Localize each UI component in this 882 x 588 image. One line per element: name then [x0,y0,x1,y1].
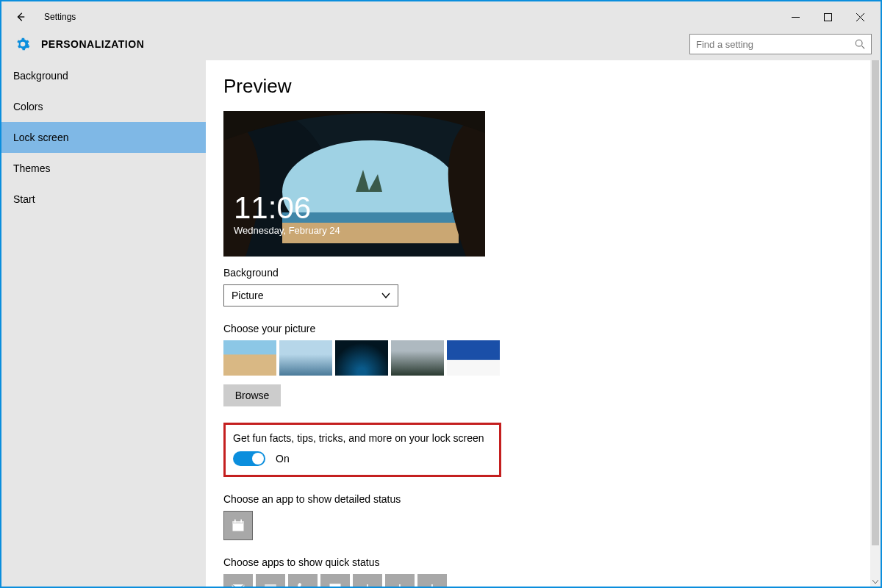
vertical-scrollbar[interactable] [870,60,881,587]
quick-status-app-add[interactable]: + [353,574,382,587]
sidebar-item-colors[interactable]: Colors [1,91,206,122]
quick-status-apps: + + + [223,574,870,587]
back-arrow-icon [15,12,26,22]
browse-button-label: Browse [235,390,270,401]
sidebar-item-themes[interactable]: Themes [1,153,206,184]
lock-date: Wednesday, February 24 [234,225,340,236]
page-title: PERSONALIZATION [41,38,144,50]
choose-picture-label: Choose your picture [223,323,870,334]
plus-icon: + [363,581,373,587]
plus-icon: + [428,581,437,587]
chat-icon [328,581,343,587]
lock-screen-preview: 11:06 Wednesday, February 24 [223,111,485,257]
sidebar-item-label: Lock screen [13,132,68,143]
scroll-thumb[interactable] [872,60,879,545]
titlebar: Settings [1,1,881,32]
calendar-icon [263,581,278,587]
quick-status-app-add[interactable]: + [417,574,447,587]
svg-rect-9 [240,520,242,523]
sidebar-item-label: Themes [13,162,51,174]
sidebar-item-label: Start [13,193,35,205]
mail-icon [231,581,245,587]
quick-status-app-mail[interactable] [223,574,253,587]
search-icon [855,39,865,49]
funfacts-toggle-state: On [276,453,290,465]
picture-thumbnail[interactable] [223,340,276,376]
lock-preview-overlay: 11:06 Wednesday, February 24 [234,193,340,236]
minimize-icon [792,13,800,21]
content: Preview 11:06 We [206,60,870,587]
detailed-status-app-calendar[interactable] [223,511,253,540]
sidebar-item-start[interactable]: Start [1,184,206,215]
settings-gear-icon [15,36,31,52]
body: Background Colors Lock screen Themes Sta… [1,60,881,587]
content-wrap: Preview 11:06 We [206,60,881,587]
quick-status-label: Choose apps to show quick status [223,556,870,568]
quick-status-app-messaging[interactable] [320,574,350,587]
minimize-button[interactable] [779,6,811,28]
quick-status-app-add[interactable]: + [385,574,415,587]
background-dropdown-value: Picture [232,290,264,301]
detailed-status-label: Choose an app to show detailed status [223,493,870,505]
back-button[interactable] [10,7,31,27]
window-controls [779,6,876,28]
header-row: PERSONALIZATION [1,32,881,60]
plus-icon: + [395,581,405,587]
funfacts-label: Get fun facts, tips, tricks, and more on… [233,432,489,444]
picture-thumbnail[interactable] [391,340,444,376]
scroll-down-button[interactable] [870,576,881,587]
sidebar-item-label: Background [13,70,68,82]
sidebar-item-lock-screen[interactable]: Lock screen [1,122,206,153]
toggle-knob-icon [252,453,264,465]
phone-icon [295,581,310,587]
svg-point-1 [856,40,862,46]
funfacts-toggle[interactable] [233,451,265,466]
settings-window: Settings PERSONALIZATION Background Co [0,0,882,588]
picture-thumbnail[interactable] [447,340,500,376]
picture-thumbnail[interactable] [279,340,332,376]
sidebar: Background Colors Lock screen Themes Sta… [1,60,206,587]
close-button[interactable] [844,6,876,28]
detailed-status-apps [223,511,870,540]
background-dropdown[interactable]: Picture [223,284,398,306]
search-field[interactable] [689,34,872,54]
calendar-icon [231,518,245,533]
maximize-button[interactable] [811,6,844,28]
svg-rect-12 [265,584,276,587]
close-icon [856,13,864,21]
picture-thumbnails [223,340,870,376]
picture-thumbnail[interactable] [335,340,388,376]
sidebar-item-label: Colors [13,101,43,112]
svg-rect-7 [233,521,244,523]
search-input[interactable] [696,39,855,50]
maximize-icon [824,13,832,21]
funfacts-toggle-row: On [233,451,489,466]
browse-button[interactable]: Browse [223,384,281,406]
svg-rect-0 [824,13,831,21]
detailed-status-section: Choose an app to show detailed status [223,493,870,540]
svg-rect-8 [234,520,236,523]
quick-status-app-calendar[interactable] [256,574,285,587]
sidebar-item-background[interactable]: Background [1,60,206,91]
lock-time: 11:06 [234,193,340,223]
quick-status-section: Choose apps to show quick status [223,556,870,587]
chevron-down-icon [381,291,390,300]
quick-status-app-phone[interactable] [288,574,318,587]
preview-heading: Preview [223,75,870,98]
highlighted-setting: Get fun facts, tips, tricks, and more on… [223,423,501,477]
chevron-down-icon [872,578,878,584]
window-title: Settings [44,12,76,22]
background-label: Background [223,267,870,279]
